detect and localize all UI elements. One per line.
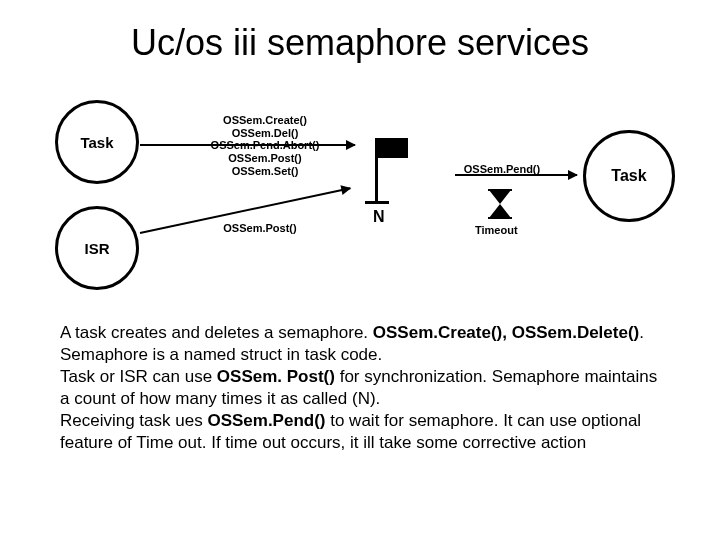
- count-n-label: N: [373, 208, 385, 226]
- fn-set: OSSem.Set(): [200, 165, 330, 178]
- hourglass-icon: [489, 190, 511, 220]
- p3a: Receiving task ues: [60, 411, 207, 430]
- p2a: Task or ISR can use: [60, 367, 217, 386]
- node-isr: ISR: [55, 206, 139, 290]
- function-list-isr: OSSem.Post(): [205, 222, 315, 235]
- slide-title: Uc/os iii semaphore services: [0, 22, 720, 64]
- fn-create: OSSem.Create(): [200, 114, 330, 127]
- p2b: OSSem. Post(): [217, 367, 335, 386]
- p1a: A task creates and deletes a semaphore.: [60, 323, 373, 342]
- arrow-sem-to-task: [455, 174, 577, 176]
- arrow-task-to-sem: [140, 144, 355, 146]
- semaphore-diagram: Task ISR Task OSSem.Create() OSSem.Del()…: [55, 100, 675, 300]
- fn-del: OSSem.Del(): [200, 127, 330, 140]
- node-task-left: Task: [55, 100, 139, 184]
- fn-post: OSSem.Post(): [200, 152, 330, 165]
- node-task-right: Task: [583, 130, 675, 222]
- description-text: A task creates and deletes a semaphore. …: [60, 322, 670, 455]
- timeout-label: Timeout: [475, 224, 518, 236]
- p1b: OSSem.Create(), OSSem.Delete(): [373, 323, 639, 342]
- p3b: OSSem.Pend(): [207, 411, 325, 430]
- fn-isr-post: OSSem.Post(): [205, 222, 315, 235]
